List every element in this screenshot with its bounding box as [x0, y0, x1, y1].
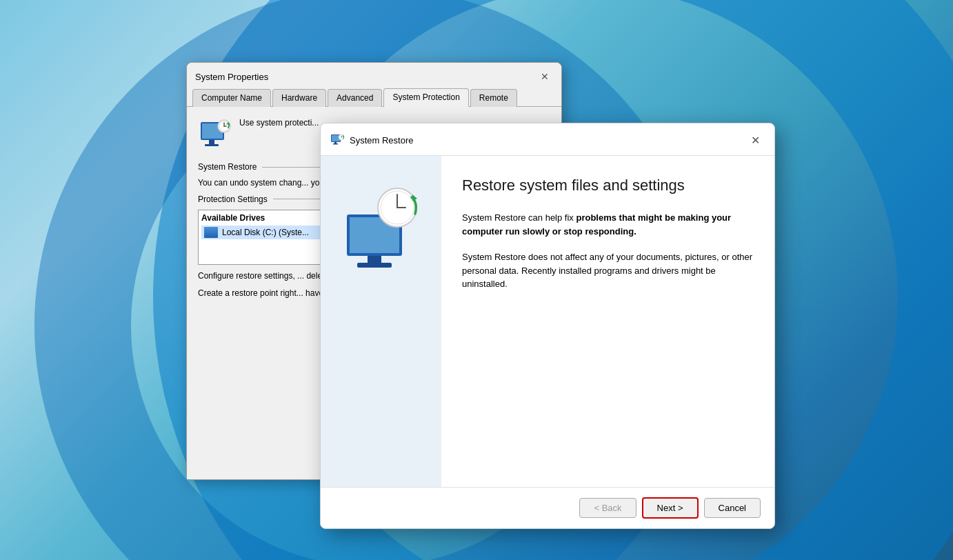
drive-label: Local Disk (C:) (Syste... — [222, 228, 309, 237]
tab-computer-name[interactable]: Computer Name — [192, 89, 271, 107]
svg-rect-12 — [333, 143, 338, 145]
restore-title-icon — [330, 133, 344, 147]
system-properties-title: System Properties — [195, 72, 268, 82]
restore-footer: < Back Next > Cancel — [321, 487, 774, 528]
restore-para1: System Restore can help fix problems tha… — [462, 211, 754, 238]
svg-rect-3 — [205, 144, 219, 146]
tab-advanced[interactable]: Advanced — [328, 89, 382, 107]
system-properties-tabs: Computer Name Hardware Advanced System P… — [187, 88, 561, 107]
system-properties-title-bar: System Properties ✕ — [187, 63, 561, 88]
restore-para1-text: System Restore can help fix — [462, 212, 576, 223]
svg-rect-20 — [357, 263, 392, 268]
monitor-illustration-svg — [343, 183, 419, 273]
restore-illustration — [343, 183, 419, 273]
next-button[interactable]: Next > — [642, 497, 699, 519]
restore-heading: Restore system files and settings — [462, 177, 754, 194]
restore-para2: System Restore does not affect any of yo… — [462, 250, 754, 291]
drive-icon — [204, 227, 218, 238]
system-icon — [198, 118, 231, 151]
svg-rect-11 — [334, 142, 337, 143]
tab-remote[interactable]: Remote — [470, 89, 517, 107]
system-restore-title-bar: System Restore ✕ — [321, 123, 774, 156]
svg-rect-2 — [209, 140, 214, 144]
system-properties-close-button[interactable]: ✕ — [536, 68, 553, 85]
protection-settings-label: Protection Settings — [198, 194, 268, 204]
system-restore-close-button[interactable]: ✕ — [745, 130, 765, 150]
tab-system-protection[interactable]: System Protection — [383, 88, 468, 107]
system-restore-dialog: System Restore ✕ — [320, 123, 775, 529]
restore-body: Restore system files and settings System… — [321, 156, 774, 487]
tab-hardware[interactable]: Hardware — [272, 89, 326, 107]
restore-para2-text: System Restore does not affect any of yo… — [462, 252, 752, 289]
restore-dialog-title: System Restore — [350, 135, 413, 146]
system-restore-label: System Restore — [198, 162, 257, 172]
svg-rect-19 — [368, 256, 381, 263]
restore-illustration-panel — [321, 156, 441, 487]
restore-title-left: System Restore — [330, 133, 413, 147]
back-button[interactable]: < Back — [579, 498, 636, 518]
restore-right-panel: Restore system files and settings System… — [441, 156, 774, 487]
system-protect-desc: Use system protecti... — [239, 118, 319, 128]
cancel-button[interactable]: Cancel — [704, 498, 761, 518]
